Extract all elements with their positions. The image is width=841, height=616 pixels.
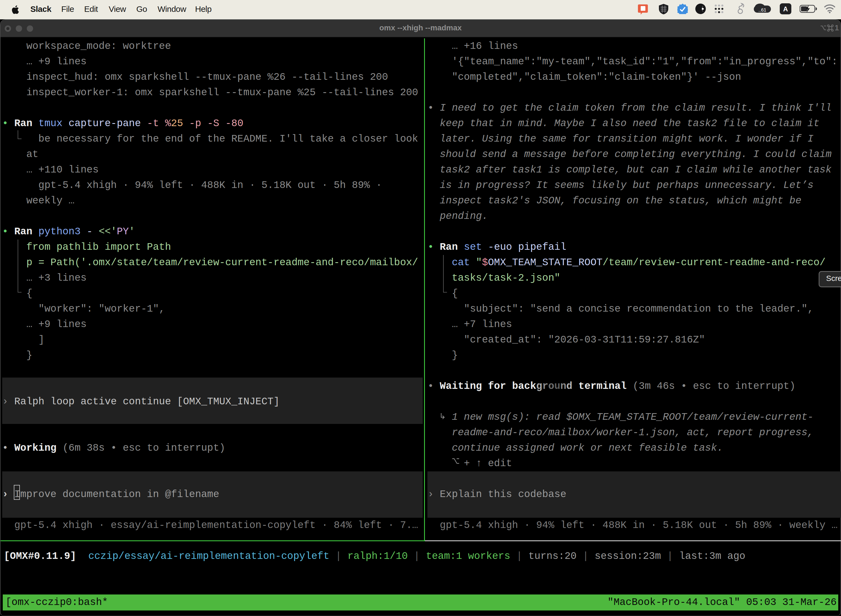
svg-text:..61: ..61 xyxy=(759,7,766,13)
svg-text:A: A xyxy=(783,5,788,13)
